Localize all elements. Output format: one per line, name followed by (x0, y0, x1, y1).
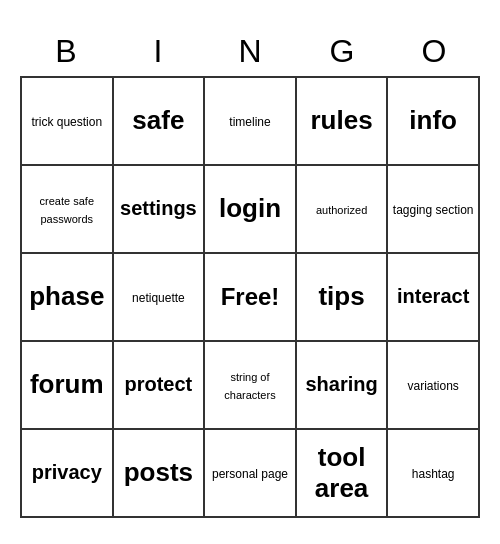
bingo-cell: tagging section (387, 165, 479, 253)
cell-text: phase (29, 281, 104, 311)
bingo-cell: protect (113, 341, 205, 429)
bingo-cell: interact (387, 253, 479, 341)
cell-text: personal page (212, 467, 288, 481)
table-row: trick questionsafetimelinerulesinfo (21, 77, 479, 165)
header-letter: N (204, 27, 296, 76)
header-letter: O (388, 27, 480, 76)
bingo-cell: forum (21, 341, 113, 429)
cell-text: posts (124, 457, 193, 487)
cell-text: authorized (316, 204, 367, 216)
bingo-cell: safe (113, 77, 205, 165)
cell-text: create safe passwords (40, 195, 94, 225)
header-letter: I (112, 27, 204, 76)
cell-text: tips (318, 281, 364, 311)
cell-text: tagging section (393, 203, 474, 217)
table-row: phasenetiquetteFree!tipsinteract (21, 253, 479, 341)
cell-text: privacy (32, 461, 102, 483)
cell-text: Free! (221, 283, 280, 310)
cell-text: info (409, 105, 457, 135)
bingo-cell: timeline (204, 77, 296, 165)
cell-text: rules (311, 105, 373, 135)
cell-text: string of characters (224, 371, 275, 401)
cell-text: protect (124, 373, 192, 395)
cell-text: safe (132, 105, 184, 135)
bingo-cell: trick question (21, 77, 113, 165)
bingo-cell: settings (113, 165, 205, 253)
bingo-cell: info (387, 77, 479, 165)
cell-text: settings (120, 197, 197, 219)
cell-text: netiquette (132, 291, 185, 305)
bingo-cell: sharing (296, 341, 388, 429)
table-row: create safe passwordssettingsloginauthor… (21, 165, 479, 253)
bingo-cell: string of characters (204, 341, 296, 429)
cell-text: variations (408, 379, 459, 393)
bingo-cell: Free! (204, 253, 296, 341)
bingo-card: BINGO trick questionsafetimelinerulesinf… (20, 27, 480, 518)
bingo-cell: tool area (296, 429, 388, 517)
header-letter: G (296, 27, 388, 76)
bingo-cell: personal page (204, 429, 296, 517)
cell-text: hashtag (412, 467, 455, 481)
bingo-cell: authorized (296, 165, 388, 253)
bingo-cell: privacy (21, 429, 113, 517)
bingo-cell: rules (296, 77, 388, 165)
cell-text: login (219, 193, 281, 223)
cell-text: timeline (229, 115, 270, 129)
bingo-cell: phase (21, 253, 113, 341)
bingo-cell: create safe passwords (21, 165, 113, 253)
cell-text: tool area (315, 442, 369, 503)
bingo-cell: login (204, 165, 296, 253)
bingo-cell: netiquette (113, 253, 205, 341)
cell-text: interact (397, 285, 469, 307)
cell-text: sharing (305, 373, 377, 395)
table-row: privacypostspersonal pagetool areahashta… (21, 429, 479, 517)
cell-text: trick question (31, 115, 102, 129)
bingo-cell: posts (113, 429, 205, 517)
bingo-cell: tips (296, 253, 388, 341)
header-letter: B (20, 27, 112, 76)
table-row: forumprotectstring of characterssharingv… (21, 341, 479, 429)
cell-text: forum (30, 369, 104, 399)
bingo-cell: variations (387, 341, 479, 429)
bingo-grid: trick questionsafetimelinerulesinfocreat… (20, 76, 480, 518)
bingo-cell: hashtag (387, 429, 479, 517)
bingo-header: BINGO (20, 27, 480, 76)
